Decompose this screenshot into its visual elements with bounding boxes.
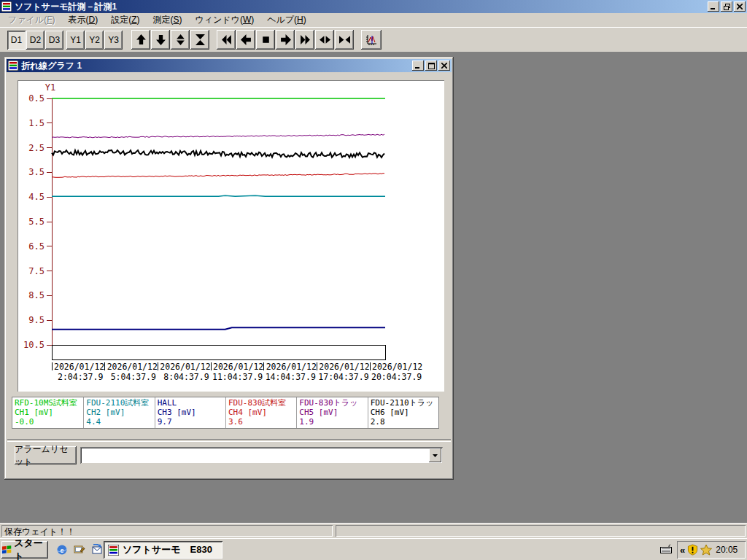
graph-close-button[interactable]	[438, 61, 450, 71]
compress-horizontal-button[interactable]	[335, 30, 354, 50]
alarm-reset-button[interactable]: アラームリセット	[15, 446, 77, 464]
expand-horizontal-icon	[320, 34, 330, 45]
taskbar-clock: 20:05	[716, 545, 738, 555]
svg-text:10.5: 10.5	[23, 340, 44, 350]
app-icon	[1, 1, 12, 12]
graph-settings-button[interactable]	[361, 30, 382, 50]
toolbar-d2-button[interactable]: D2	[26, 31, 44, 50]
svg-text:2026/01/12: 2026/01/12	[213, 362, 263, 372]
menu-view[interactable]: 表示(D)	[61, 12, 104, 28]
quicklaunch-show-desktop-button[interactable]	[73, 543, 86, 556]
graph-window-title: 折れ線グラフ 1	[21, 60, 82, 72]
toolbar-d1-button[interactable]: D1	[7, 31, 26, 50]
stop-button[interactable]	[256, 30, 275, 50]
quicklaunch-outlook-button[interactable]	[90, 543, 104, 556]
expand-horizontal-button[interactable]	[315, 30, 334, 50]
legend-channel-name: FDU-2110トラッ	[371, 398, 438, 408]
channel-legend: RFD-10MS試料室 CH1 [mV] -0.0 FDU-2110試料室 CH…	[12, 397, 438, 428]
legend-channel-id: CH5 [mV]	[299, 408, 367, 417]
svg-text:2026/01/12: 2026/01/12	[319, 362, 369, 372]
menu-measure[interactable]: 測定(S)	[146, 12, 188, 28]
scroll-up-button[interactable]	[131, 30, 150, 50]
svg-text:2026/01/12: 2026/01/12	[266, 362, 317, 372]
legend-channel-value: 4.4	[86, 417, 154, 427]
svg-text:20:04:37.9: 20:04:37.9	[371, 372, 422, 382]
restore-icon	[724, 4, 730, 10]
fast-backward-button[interactable]	[217, 30, 236, 50]
step-right-button[interactable]	[276, 30, 295, 50]
desktop: { "window": { "title": "ソフトサーモ計測－計測1" },…	[0, 0, 747, 560]
toolbar-y1-button[interactable]: Y1	[66, 31, 85, 50]
stop-icon	[260, 34, 271, 45]
close-icon	[737, 4, 743, 9]
tray-expand-button[interactable]: «	[680, 545, 685, 556]
alarm-combobox[interactable]	[80, 447, 443, 464]
legend-cell: FDU-2110試料室 CH2 [mV] 4.4	[83, 397, 154, 428]
svg-text:2:04:37.9: 2:04:37.9	[58, 372, 103, 382]
graph-minimize-button[interactable]	[412, 61, 424, 71]
right-arrow-icon	[280, 34, 291, 45]
taskbar: スタート e ソフトサーモ E830	[0, 538, 747, 560]
scroll-down-button[interactable]	[151, 30, 170, 50]
quicklaunch-ie-button[interactable]: e	[55, 543, 69, 556]
svg-text:2026/01/12: 2026/01/12	[160, 362, 210, 372]
svg-text:4.5: 4.5	[28, 192, 44, 202]
close-button[interactable]	[734, 1, 746, 12]
combobox-dropdown-button[interactable]	[429, 448, 441, 462]
menu-file[interactable]: ファイル(F)	[1, 12, 61, 28]
line-chart: Y10.51.52.53.54.55.56.57.58.59.510.52026…	[18, 80, 444, 392]
internet-explorer-icon: e	[56, 544, 68, 556]
toolbar-y2-button[interactable]: Y2	[85, 31, 104, 50]
graph-icon	[365, 34, 377, 46]
menu-help[interactable]: ヘルプ(H)	[260, 12, 313, 28]
toolbar-d3-button[interactable]: D3	[45, 31, 63, 50]
window-title: ソフトサーモ計測－計測1	[15, 1, 117, 13]
outlook-express-icon	[91, 544, 103, 556]
show-desktop-icon	[74, 544, 85, 556]
restore-button[interactable]	[721, 1, 732, 12]
app-icon	[108, 545, 119, 556]
legend-channel-id: CH6 [mV]	[371, 408, 438, 417]
security-shield-icon[interactable]	[687, 544, 698, 556]
graph-maximize-button[interactable]	[425, 61, 437, 71]
legend-channel-name: RFD-10MS試料室	[15, 398, 83, 408]
fast-forward-icon	[300, 34, 311, 45]
svg-text:5:04:37.9: 5:04:37.9	[111, 372, 156, 382]
legend-channel-value: 1.9	[299, 417, 367, 427]
legend-channel-value: 2.8	[371, 417, 438, 427]
menu-window[interactable]: ウィンドウ(W)	[189, 12, 261, 28]
minimize-button[interactable]	[708, 1, 719, 12]
toolbar-y3-button[interactable]: Y3	[104, 31, 123, 50]
svg-text:8:04:37.9: 8:04:37.9	[163, 372, 209, 382]
step-left-button[interactable]	[236, 30, 255, 50]
svg-text:5.5: 5.5	[28, 217, 44, 227]
separator	[7, 439, 451, 442]
expand-vertical-button[interactable]	[171, 30, 190, 50]
start-label: スタート	[14, 537, 48, 560]
fast-backward-icon	[221, 34, 232, 45]
taskbar-app-button[interactable]: ソフトサーモ E830	[104, 541, 222, 559]
start-button[interactable]: スタート	[1, 541, 48, 559]
legend-cell: HALL CH3 [mV] 9.7	[155, 397, 225, 428]
legend-channel-name: FDU-2110試料室	[86, 398, 154, 408]
minimize-icon	[711, 4, 716, 9]
alarm-combobox-input[interactable]	[82, 449, 427, 462]
svg-text:2026/01/12: 2026/01/12	[107, 362, 158, 372]
graph-window-icon	[8, 61, 18, 71]
status-bar: 保存ウェイト！！	[0, 523, 747, 538]
minimize-icon	[415, 63, 421, 69]
fast-forward-button[interactable]	[295, 30, 314, 50]
svg-text:2026/01/12: 2026/01/12	[372, 362, 422, 372]
menu-settings[interactable]: 設定(Z)	[104, 12, 146, 28]
compress-vertical-icon	[195, 34, 206, 45]
compress-vertical-button[interactable]	[190, 30, 209, 50]
status-secondary-panel	[336, 525, 746, 537]
taskbar-app-label: ソフトサーモ E830	[123, 543, 212, 556]
svg-text:3.5: 3.5	[28, 167, 44, 177]
keyboard-language-icon[interactable]	[660, 544, 673, 554]
star-icon[interactable]	[700, 544, 712, 556]
line-chart-svg: Y10.51.52.53.54.55.56.57.58.59.510.52026…	[18, 81, 444, 391]
legend-channel-id: CH4 [mV]	[228, 408, 296, 417]
svg-text:Y1: Y1	[45, 82, 55, 93]
legend-channel-id: CH1 [mV]	[15, 408, 83, 417]
